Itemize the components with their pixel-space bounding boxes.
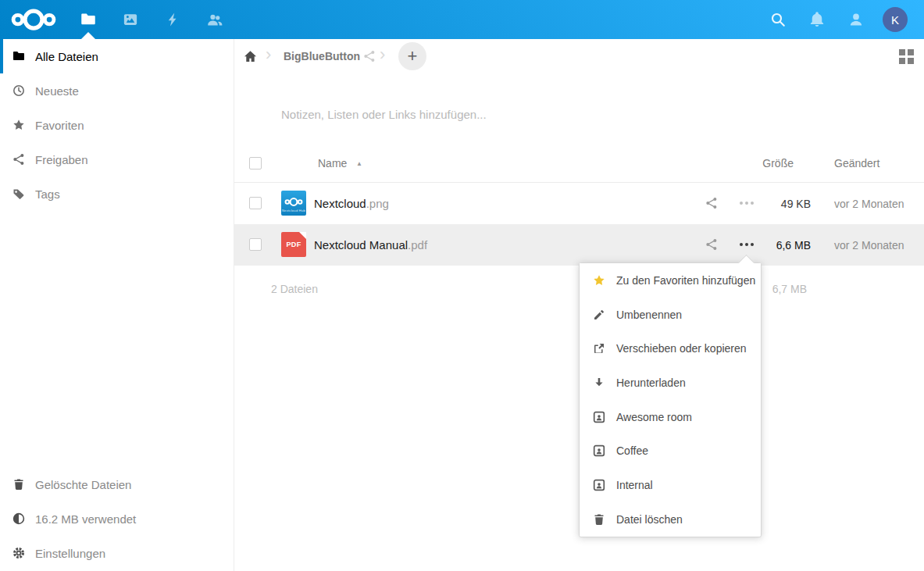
breadcrumb-separator: › — [266, 45, 271, 65]
menu-item-download[interactable]: Herunterladen — [580, 366, 761, 400]
sidebar-item-settings[interactable]: Einstellungen — [0, 536, 233, 570]
menu-item-label: Datei löschen — [616, 513, 683, 526]
row-checkbox[interactable] — [249, 238, 262, 251]
download-icon — [593, 377, 605, 389]
menu-item-awesome-room[interactable]: Awesome room — [580, 400, 761, 434]
menu-item-rename[interactable]: Umbenennen — [580, 298, 761, 332]
breadcrumb-folder[interactable]: BigBlueButton — [284, 50, 360, 62]
file-modified: vor 2 Monaten — [834, 239, 904, 252]
notes-input[interactable]: Notizen, Listen oder Links hinzufügen... — [281, 108, 750, 121]
pdf-label: PDF — [287, 241, 301, 248]
share-icon[interactable] — [705, 197, 719, 210]
nextcloud-logo-icon[interactable] — [11, 7, 56, 32]
menu-item-label: Zu den Favoriten hinzufügen — [616, 274, 755, 287]
sidebar-item-shares[interactable]: Freigaben — [0, 142, 234, 177]
share-icon[interactable] — [705, 238, 719, 252]
select-all-checkbox[interactable] — [249, 157, 262, 170]
room-icon — [593, 479, 605, 491]
folder-icon — [12, 50, 25, 62]
column-header-modified[interactable]: Geändert — [834, 157, 879, 170]
sidebar-item-label: Alle Dateien — [35, 50, 98, 63]
file-actions-context-menu: Zu den Favoriten hinzufügen Umbenennen V… — [579, 262, 762, 537]
sidebar-item-label: Favoriten — [35, 119, 84, 132]
menu-item-label: Herunterladen — [616, 377, 686, 389]
user-avatar[interactable]: K — [883, 7, 908, 32]
sidebar-item-all-files[interactable]: Alle Dateien — [0, 39, 234, 73]
add-new-button[interactable]: + — [398, 42, 426, 70]
app-navigation-sidebar: Alle Dateien Neueste Favoriten Freigaben… — [0, 39, 234, 571]
sidebar-item-label: Tags — [35, 187, 60, 201]
contacts-app-icon[interactable] — [198, 0, 232, 39]
sidebar-item-label: Freigaben — [35, 153, 88, 166]
file-name[interactable]: Nextcloud Manual.pdf — [314, 238, 427, 252]
sidebar-footer: Gelöschte Dateien 16.2 MB verwendet Eins… — [0, 467, 233, 570]
file-size: 49 KB — [733, 198, 811, 210]
photos-app-icon[interactable] — [113, 0, 148, 39]
breadcrumb-home-icon[interactable] — [239, 45, 261, 67]
sidebar-item-label: Einstellungen — [35, 547, 105, 560]
star-icon — [12, 119, 25, 131]
menu-item-delete-file[interactable]: Datei löschen — [580, 502, 761, 537]
favorite-star-icon — [593, 274, 605, 287]
column-header-size[interactable]: Größe — [700, 157, 794, 170]
sidebar-item-label: Gelöschte Dateien — [35, 478, 131, 491]
menu-item-coffee-room[interactable]: Coffee — [580, 434, 761, 468]
move-copy-icon — [593, 342, 605, 355]
grid-view-toggle-icon[interactable] — [899, 49, 914, 64]
file-size: 6,6 MB — [733, 239, 811, 252]
file-name[interactable]: Nextcloud.png — [314, 197, 389, 210]
menu-item-internal-room[interactable]: Internal — [580, 468, 761, 502]
trash-icon — [12, 478, 25, 491]
file-row-nextcloud-manual-pdf[interactable]: PDF Nextcloud Manual.pdf 6,6 MB vor 2 Mo… — [234, 224, 924, 266]
pdf-thumbnail[interactable]: PDF — [281, 232, 306, 257]
delete-trash-icon — [593, 513, 605, 526]
menu-item-label: Verschieben oder kopieren — [616, 342, 747, 355]
avatar-letter: K — [891, 13, 899, 27]
notifications-bell-icon[interactable] — [800, 0, 834, 39]
menu-item-label: Umbenennen — [616, 309, 682, 321]
png-thumbnail[interactable]: Nextcloud Hub — [281, 191, 306, 216]
sidebar-item-quota[interactable]: 16.2 MB verwendet — [0, 501, 233, 536]
quota-pie-icon — [12, 512, 25, 525]
plus-icon: + — [408, 46, 418, 66]
top-bar: K — [0, 0, 924, 39]
menu-item-label: Awesome room — [616, 411, 692, 423]
sidebar-item-label: Neueste — [35, 84, 79, 98]
sidebar-item-tags[interactable]: Tags — [0, 177, 234, 211]
share-icon — [12, 153, 25, 166]
file-list-header: Name ▲ Größe Geändert — [234, 145, 924, 182]
menu-item-move-or-copy[interactable]: Verschieben oder kopieren — [580, 331, 761, 366]
settings-gear-icon — [12, 547, 25, 559]
sidebar-item-favorites[interactable]: Favoriten — [0, 108, 234, 142]
file-modified: vor 2 Monaten — [834, 198, 904, 210]
contacts-menu-icon[interactable] — [839, 0, 873, 39]
clock-icon — [12, 84, 25, 97]
column-header-name[interactable]: Name — [318, 157, 347, 170]
file-row-nextcloud-png[interactable]: Nextcloud Hub Nextcloud.png 49 KB vor 2 … — [234, 183, 924, 224]
sidebar-item-recent[interactable]: Neueste — [0, 73, 234, 108]
breadcrumb-share-icon[interactable] — [363, 50, 376, 63]
nextcloud-files-page: K Alle Dateien Neueste Favoriten Freigab… — [0, 0, 924, 571]
menu-item-add-to-favorites[interactable]: Zu den Favoriten hinzufügen — [580, 263, 761, 298]
sidebar-item-label: 16.2 MB verwendet — [35, 512, 136, 526]
room-icon — [593, 411, 605, 423]
file-extension: .png — [366, 197, 389, 210]
summary-file-count: 2 Dateien — [271, 283, 318, 295]
menu-item-label: Internal — [616, 479, 653, 491]
rename-pencil-icon — [593, 309, 605, 321]
menu-item-label: Coffee — [616, 444, 648, 457]
room-icon — [593, 444, 605, 457]
row-checkbox[interactable] — [249, 197, 262, 209]
file-extension: .pdf — [408, 238, 427, 252]
active-app-indicator — [81, 32, 95, 39]
tag-icon — [12, 187, 25, 200]
thumbnail-caption: Nextcloud Hub — [282, 209, 305, 212]
breadcrumb-separator: › — [380, 45, 385, 65]
sidebar-item-deleted-files[interactable]: Gelöschte Dateien — [0, 467, 233, 501]
activity-app-icon[interactable] — [155, 0, 190, 39]
search-icon[interactable] — [761, 0, 795, 39]
sort-ascending-icon: ▲ — [356, 160, 362, 167]
